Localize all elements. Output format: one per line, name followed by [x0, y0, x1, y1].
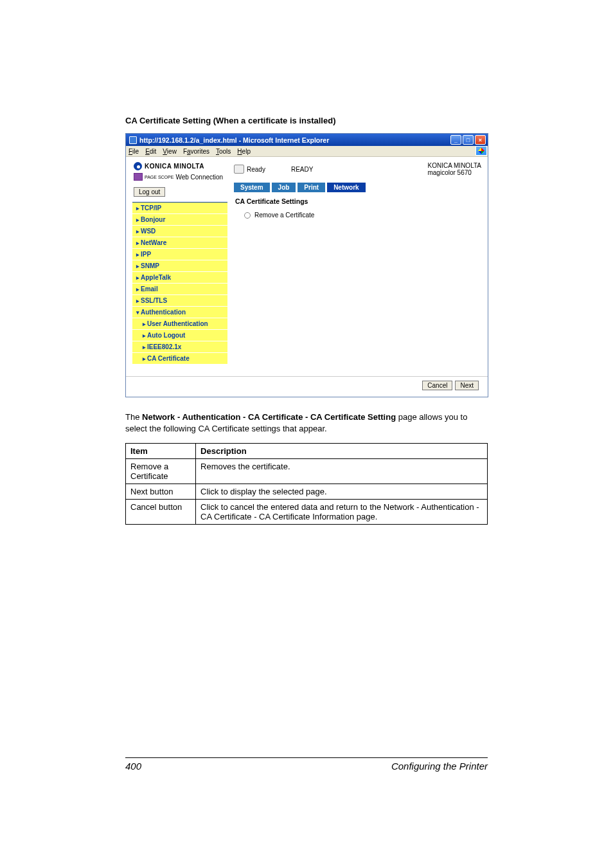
brand-sub: Web Connection	[175, 174, 223, 181]
menu-help[interactable]: Help	[237, 148, 251, 155]
brand-sub-small: PAGE SCOPE	[145, 175, 173, 179]
side-nav: TCP/IP Bonjour WSD NetWare IPP SNMP Appl…	[132, 202, 227, 365]
status-ready-caps: READY	[291, 166, 313, 173]
printer-icon	[234, 165, 244, 174]
browser-window: http://192.168.1.2/a_index.html - Micros…	[125, 133, 488, 397]
menu-file[interactable]: File	[129, 148, 139, 155]
menu-bar: File Edit View Favorites Tools Help	[126, 146, 488, 157]
table-row: Cancel button Click to cancel the entere…	[126, 500, 488, 525]
cell-desc: Click to display the selected page.	[196, 484, 488, 500]
cell-desc: Click to cancel the entered data and ret…	[196, 500, 488, 525]
nav-ieee8021x[interactable]: IEEE802.1x	[132, 341, 227, 353]
table-row: Next button Click to display the selecte…	[126, 484, 488, 500]
nav-ssltls[interactable]: SSL/TLS	[132, 295, 227, 307]
close-button[interactable]: ×	[475, 135, 486, 145]
nav-user-authentication[interactable]: User Authentication	[132, 318, 227, 330]
tab-system[interactable]: System	[234, 183, 270, 192]
ie-throbber-icon	[475, 146, 487, 156]
nav-tcpip[interactable]: TCP/IP	[132, 203, 227, 214]
nav-wsd[interactable]: WSD	[132, 226, 227, 237]
tab-network[interactable]: Network	[327, 183, 365, 192]
nav-snmp[interactable]: SNMP	[132, 260, 227, 272]
nav-ca-certificate[interactable]: CA Certificate	[132, 353, 227, 365]
menu-view[interactable]: View	[163, 148, 177, 155]
status-ready-label: Ready	[247, 166, 265, 173]
brand-logo-icon	[134, 162, 142, 170]
brand-name: KONICA MINOLTA	[145, 163, 204, 170]
maximize-button[interactable]: □	[463, 135, 474, 145]
nav-appletalk[interactable]: AppleTalk	[132, 272, 227, 284]
window-titlebar: http://192.168.1.2/a_index.html - Micros…	[126, 134, 488, 146]
menu-edit[interactable]: Edit	[145, 148, 156, 155]
section-title: CA Certificate Setting (When a certifica…	[125, 116, 488, 125]
remove-certificate-label: Remove a Certificate	[254, 212, 314, 219]
status-model: magicolor 5670	[427, 169, 481, 176]
cell-item: Remove a Certificate	[126, 459, 196, 484]
nav-ipp[interactable]: IPP	[132, 249, 227, 260]
pagescope-icon	[134, 173, 143, 181]
panel-title: CA Certificate Settings	[235, 197, 481, 205]
radio-icon[interactable]	[244, 212, 251, 219]
cell-item: Next button	[126, 484, 196, 500]
panel-footer: Cancel Next	[126, 376, 488, 397]
th-description: Description	[196, 444, 488, 459]
footer-title: Configuring the Printer	[391, 761, 488, 772]
nav-auto-logout[interactable]: Auto Logout	[132, 330, 227, 341]
nav-netware[interactable]: NetWare	[132, 237, 227, 249]
description-table: Item Description Remove a Certificate Re…	[125, 443, 488, 525]
page-number: 400	[125, 761, 141, 772]
cell-desc: Removes the certificate.	[196, 459, 488, 484]
window-title: http://192.168.1.2/a_index.html - Micros…	[139, 136, 329, 144]
next-button[interactable]: Next	[455, 381, 479, 390]
brand-block: KONICA MINOLTA PAGE SCOPE Web Connection	[132, 161, 227, 185]
ie-icon	[129, 136, 137, 144]
status-row: Ready READY KONICA MINOLTA magicolor 567…	[234, 161, 481, 183]
tab-bar: System Job Print Network	[234, 183, 481, 192]
page-footer: 400 Configuring the Printer	[125, 757, 488, 772]
tab-print[interactable]: Print	[298, 183, 325, 192]
table-row: Remove a Certificate Removes the certifi…	[126, 459, 488, 484]
tab-job[interactable]: Job	[272, 183, 296, 192]
intro-paragraph: The Network - Authentication - CA Certif…	[125, 411, 488, 434]
remove-certificate-option[interactable]: Remove a Certificate	[244, 212, 481, 219]
cell-item: Cancel button	[126, 500, 196, 525]
nav-bonjour[interactable]: Bonjour	[132, 214, 227, 226]
menu-favorites[interactable]: Favorites	[183, 148, 209, 155]
logout-button[interactable]: Log out	[134, 187, 165, 197]
nav-email[interactable]: Email	[132, 284, 227, 295]
nav-authentication[interactable]: Authentication	[132, 307, 227, 318]
status-vendor: KONICA MINOLTA	[427, 162, 481, 169]
table-header-row: Item Description	[126, 444, 488, 459]
cancel-button[interactable]: Cancel	[422, 381, 452, 390]
th-item: Item	[126, 444, 196, 459]
menu-tools[interactable]: Tools	[216, 148, 231, 155]
minimize-button[interactable]: _	[450, 135, 461, 145]
